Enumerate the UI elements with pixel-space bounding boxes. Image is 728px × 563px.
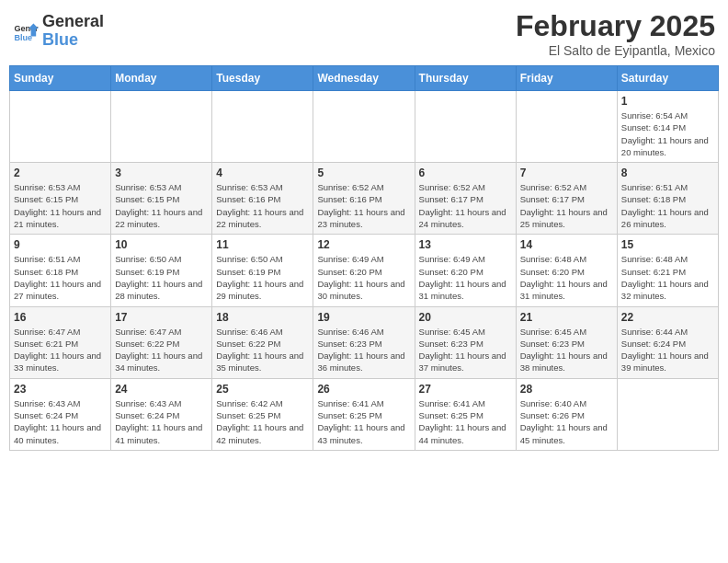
day-number: 16 (14, 311, 107, 324)
calendar-week-2: 2Sunrise: 6:53 AM Sunset: 6:15 PM Daylig… (10, 163, 719, 235)
calendar-cell: 6Sunrise: 6:52 AM Sunset: 6:17 PM Daylig… (415, 163, 516, 235)
day-info: Sunrise: 6:43 AM Sunset: 6:24 PM Dayligh… (14, 397, 107, 446)
calendar-cell: 17Sunrise: 6:47 AM Sunset: 6:22 PM Dayli… (111, 306, 212, 378)
col-header-friday: Friday (516, 66, 617, 91)
calendar-cell: 20Sunrise: 6:45 AM Sunset: 6:23 PM Dayli… (415, 306, 516, 378)
calendar-cell: 15Sunrise: 6:48 AM Sunset: 6:21 PM Dayli… (617, 235, 718, 306)
day-info: Sunrise: 6:45 AM Sunset: 6:23 PM Dayligh… (520, 326, 613, 374)
day-info: Sunrise: 6:40 AM Sunset: 6:26 PM Dayligh… (520, 397, 613, 446)
day-number: 15 (621, 238, 714, 251)
day-info: Sunrise: 6:52 AM Sunset: 6:17 PM Dayligh… (419, 181, 512, 230)
calendar-cell: 19Sunrise: 6:46 AM Sunset: 6:23 PM Dayli… (313, 306, 415, 378)
day-info: Sunrise: 6:47 AM Sunset: 6:22 PM Dayligh… (115, 326, 208, 374)
day-number: 24 (115, 383, 208, 396)
day-number: 27 (419, 383, 512, 396)
col-header-tuesday: Tuesday (212, 66, 313, 91)
day-info: Sunrise: 6:53 AM Sunset: 6:16 PM Dayligh… (216, 181, 309, 230)
day-number: 21 (520, 311, 613, 324)
logo: General Blue General Blue (13, 13, 104, 50)
day-info: Sunrise: 6:46 AM Sunset: 6:22 PM Dayligh… (216, 326, 309, 374)
day-info: Sunrise: 6:41 AM Sunset: 6:25 PM Dayligh… (419, 397, 512, 446)
calendar-cell: 16Sunrise: 6:47 AM Sunset: 6:21 PM Dayli… (10, 306, 111, 378)
day-number: 2 (14, 167, 107, 179)
calendar-table: SundayMondayTuesdayWednesdayThursdayFrid… (9, 65, 719, 451)
calendar-cell (313, 91, 415, 163)
calendar-cell (415, 91, 516, 163)
day-number: 9 (14, 238, 107, 251)
day-info: Sunrise: 6:50 AM Sunset: 6:19 PM Dayligh… (115, 253, 208, 302)
day-info: Sunrise: 6:48 AM Sunset: 6:20 PM Dayligh… (520, 253, 613, 302)
calendar-cell: 24Sunrise: 6:43 AM Sunset: 6:24 PM Dayli… (111, 378, 212, 450)
calendar-cell: 2Sunrise: 6:53 AM Sunset: 6:15 PM Daylig… (10, 163, 111, 235)
calendar-cell: 10Sunrise: 6:50 AM Sunset: 6:19 PM Dayli… (111, 235, 212, 306)
calendar-cell: 22Sunrise: 6:44 AM Sunset: 6:24 PM Dayli… (617, 306, 718, 378)
col-header-saturday: Saturday (617, 66, 718, 91)
calendar-cell: 13Sunrise: 6:49 AM Sunset: 6:20 PM Dayli… (415, 235, 516, 306)
calendar-week-3: 9Sunrise: 6:51 AM Sunset: 6:18 PM Daylig… (10, 235, 719, 306)
calendar-cell: 14Sunrise: 6:48 AM Sunset: 6:20 PM Dayli… (516, 235, 617, 306)
day-number: 1 (621, 95, 714, 108)
calendar-cell: 9Sunrise: 6:51 AM Sunset: 6:18 PM Daylig… (10, 235, 111, 306)
title-area: February 2025 El Salto de Eyipantla, Mex… (516, 9, 715, 58)
col-header-monday: Monday (111, 66, 212, 91)
day-info: Sunrise: 6:42 AM Sunset: 6:25 PM Dayligh… (216, 397, 309, 446)
logo-icon: General Blue (13, 18, 39, 44)
day-number: 3 (115, 167, 208, 179)
day-info: Sunrise: 6:49 AM Sunset: 6:20 PM Dayligh… (419, 253, 512, 302)
calendar-cell: 11Sunrise: 6:50 AM Sunset: 6:19 PM Dayli… (212, 235, 313, 306)
day-number: 5 (317, 167, 410, 179)
col-header-wednesday: Wednesday (313, 66, 415, 91)
day-info: Sunrise: 6:52 AM Sunset: 6:16 PM Dayligh… (317, 181, 410, 230)
day-number: 12 (317, 238, 410, 251)
day-number: 8 (621, 167, 714, 179)
header: General Blue General Blue February 2025 … (9, 9, 719, 58)
calendar-cell: 25Sunrise: 6:42 AM Sunset: 6:25 PM Dayli… (212, 378, 313, 450)
calendar-cell (617, 378, 718, 450)
calendar-week-4: 16Sunrise: 6:47 AM Sunset: 6:21 PM Dayli… (10, 306, 719, 378)
day-number: 25 (216, 383, 309, 396)
logo-general: General (42, 12, 104, 30)
day-number: 20 (419, 311, 512, 324)
month-title: February 2025 (516, 9, 715, 43)
day-info: Sunrise: 6:46 AM Sunset: 6:23 PM Dayligh… (317, 326, 410, 374)
calendar-cell: 21Sunrise: 6:45 AM Sunset: 6:23 PM Dayli… (516, 306, 617, 378)
day-info: Sunrise: 6:53 AM Sunset: 6:15 PM Dayligh… (115, 181, 208, 230)
day-number: 11 (216, 238, 309, 251)
svg-text:Blue: Blue (14, 33, 32, 42)
day-info: Sunrise: 6:50 AM Sunset: 6:19 PM Dayligh… (216, 253, 309, 302)
calendar-cell: 1Sunrise: 6:54 AM Sunset: 6:14 PM Daylig… (617, 91, 718, 163)
calendar-cell (111, 91, 212, 163)
calendar-cell: 8Sunrise: 6:51 AM Sunset: 6:18 PM Daylig… (617, 163, 718, 235)
logo-blue: Blue (42, 30, 78, 49)
calendar-header-row: SundayMondayTuesdayWednesdayThursdayFrid… (10, 66, 719, 91)
calendar-cell: 12Sunrise: 6:49 AM Sunset: 6:20 PM Dayli… (313, 235, 415, 306)
calendar-week-1: 1Sunrise: 6:54 AM Sunset: 6:14 PM Daylig… (10, 91, 719, 163)
day-number: 26 (317, 383, 410, 396)
day-info: Sunrise: 6:43 AM Sunset: 6:24 PM Dayligh… (115, 397, 208, 446)
calendar-week-5: 23Sunrise: 6:43 AM Sunset: 6:24 PM Dayli… (10, 378, 719, 450)
day-info: Sunrise: 6:45 AM Sunset: 6:23 PM Dayligh… (419, 326, 512, 374)
day-number: 7 (520, 167, 613, 179)
day-number: 22 (621, 311, 714, 324)
calendar-cell: 28Sunrise: 6:40 AM Sunset: 6:26 PM Dayli… (516, 378, 617, 450)
col-header-sunday: Sunday (10, 66, 111, 91)
calendar-cell (516, 91, 617, 163)
day-info: Sunrise: 6:48 AM Sunset: 6:21 PM Dayligh… (621, 253, 714, 302)
calendar-cell: 23Sunrise: 6:43 AM Sunset: 6:24 PM Dayli… (10, 378, 111, 450)
calendar-cell: 3Sunrise: 6:53 AM Sunset: 6:15 PM Daylig… (111, 163, 212, 235)
day-info: Sunrise: 6:53 AM Sunset: 6:15 PM Dayligh… (14, 181, 107, 230)
day-number: 10 (115, 238, 208, 251)
day-info: Sunrise: 6:54 AM Sunset: 6:14 PM Dayligh… (621, 109, 714, 158)
calendar-cell (212, 91, 313, 163)
day-info: Sunrise: 6:52 AM Sunset: 6:17 PM Dayligh… (520, 181, 613, 230)
calendar-cell: 7Sunrise: 6:52 AM Sunset: 6:17 PM Daylig… (516, 163, 617, 235)
calendar-cell (10, 91, 111, 163)
day-number: 17 (115, 311, 208, 324)
calendar-cell: 4Sunrise: 6:53 AM Sunset: 6:16 PM Daylig… (212, 163, 313, 235)
calendar-cell: 26Sunrise: 6:41 AM Sunset: 6:25 PM Dayli… (313, 378, 415, 450)
day-info: Sunrise: 6:41 AM Sunset: 6:25 PM Dayligh… (317, 397, 410, 446)
calendar-cell: 27Sunrise: 6:41 AM Sunset: 6:25 PM Dayli… (415, 378, 516, 450)
location-subtitle: El Salto de Eyipantla, Mexico (516, 43, 715, 58)
day-number: 18 (216, 311, 309, 324)
day-info: Sunrise: 6:49 AM Sunset: 6:20 PM Dayligh… (317, 253, 410, 302)
